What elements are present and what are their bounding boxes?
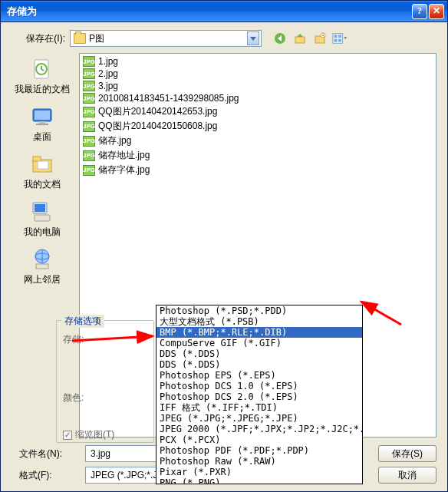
- format-option[interactable]: Photoshop PDF (*.PDF;*.PDP): [156, 445, 362, 456]
- checkbox-icon: [63, 431, 72, 440]
- format-option[interactable]: DDS (*.DDS): [156, 348, 362, 359]
- save-button[interactable]: 保存(S): [378, 445, 436, 462]
- jpg-file-icon: JPG: [83, 68, 95, 79]
- lookin-row: 保存在(I): P图 ✦: [12, 30, 436, 47]
- format-option[interactable]: BMP (*.BMP;*.RLE;*.DIB): [156, 327, 362, 338]
- format-option[interactable]: IFF 格式 (*.IFF;*.TDI): [156, 402, 362, 413]
- file-name: 2.jpg: [98, 68, 118, 79]
- sidebar-item-desktop[interactable]: 桌面: [14, 102, 71, 147]
- format-option[interactable]: Photoshop DCS 1.0 (*.EPS): [156, 381, 362, 391]
- lookin-value: P图: [89, 32, 247, 45]
- new-folder-icon[interactable]: ✦: [312, 31, 328, 46]
- file-name: 储存字体.jpg: [98, 163, 150, 177]
- format-option[interactable]: JPEG 2000 (*.JPF;*.JPX;*.JP2;*.J2C;*.J2K…: [156, 424, 362, 434]
- format-option[interactable]: PCX (*.PCX): [156, 434, 362, 445]
- sidebar-item-label: 我的文档: [24, 178, 61, 191]
- svg-rect-24: [35, 204, 45, 212]
- format-option[interactable]: 大型文档格式 (*.PSB): [156, 316, 362, 327]
- lookin-label: 保存在(I):: [12, 32, 65, 45]
- save-sublabel: 存储:: [63, 333, 84, 346]
- lookin-combo[interactable]: P图: [70, 30, 262, 47]
- titlebar[interactable]: 存储为 ? ✕: [1, 1, 447, 22]
- svg-rect-17: [35, 111, 50, 120]
- sidebar-item-computer[interactable]: 我的电脑: [14, 197, 71, 242]
- thumbnail-label: 缩览图(T): [75, 428, 114, 441]
- file-item[interactable]: JPGQQ图片20140420150608.jpg: [81, 119, 434, 134]
- format-option[interactable]: Photoshop EPS (*.EPS): [156, 370, 362, 381]
- color-sublabel: 颜色:: [63, 391, 84, 404]
- file-name: QQ图片20140420150608.jpg: [98, 120, 217, 133]
- up-icon[interactable]: [292, 31, 308, 46]
- svg-rect-11: [334, 39, 338, 42]
- network-icon: [30, 247, 54, 272]
- filename-label: 文件名(N):: [12, 447, 81, 461]
- documents-icon: [30, 152, 54, 177]
- sidebar-item-mydocs[interactable]: 我的文档: [14, 150, 71, 194]
- jpg-file-icon: JPG: [83, 93, 95, 104]
- jpg-file-icon: JPG: [83, 136, 95, 147]
- format-dropdown-list[interactable]: Photoshop (*.PSD;*.PDD)大型文档格式 (*.PSB)BMP…: [156, 305, 363, 484]
- recent-docs-icon: [30, 57, 54, 81]
- svg-marker-0: [250, 37, 256, 41]
- folder-icon: [74, 33, 86, 44]
- file-item[interactable]: JPG20100814183451-1439298085.jpg: [81, 92, 434, 104]
- svg-rect-19: [36, 124, 48, 125]
- file-item[interactable]: JPGQQ图片20140420142653.jpg: [81, 104, 434, 119]
- svg-rect-25: [35, 215, 50, 221]
- back-icon[interactable]: [272, 31, 288, 46]
- file-name: QQ图片20140420142653.jpg: [98, 105, 217, 118]
- view-menu-icon[interactable]: [332, 31, 348, 46]
- file-name: 储存.jpg: [98, 134, 131, 147]
- save-as-dialog: 存储为 ? ✕ 保存在(I): P图 ✦: [0, 0, 448, 492]
- file-name: 储存地址.jpg: [98, 149, 150, 162]
- file-item[interactable]: JPG3.jpg: [81, 80, 434, 92]
- format-label: 格式(F):: [12, 469, 81, 482]
- format-option[interactable]: Photoshop Raw (*.RAW): [156, 456, 362, 467]
- cancel-button[interactable]: 取消: [378, 467, 436, 484]
- svg-rect-3: [295, 37, 305, 43]
- file-item[interactable]: JPG2.jpg: [81, 68, 434, 80]
- jpg-file-icon: JPG: [83, 107, 95, 117]
- jpg-file-icon: JPG: [83, 150, 95, 161]
- format-option[interactable]: Photoshop (*.PSD;*.PDD): [156, 305, 362, 316]
- file-item[interactable]: JPG储存.jpg: [81, 134, 434, 148]
- save-options-group: 存储选项 存储: 颜色: 缩览图(T): [56, 320, 154, 443]
- close-button[interactable]: ✕: [429, 4, 444, 19]
- svg-marker-13: [344, 37, 347, 39]
- jpg-file-icon: JPG: [83, 165, 95, 176]
- nav-icons: ✦: [272, 31, 348, 46]
- svg-marker-4: [297, 34, 303, 37]
- thumbnail-checkbox-row[interactable]: 缩览图(T): [63, 428, 114, 441]
- window-title: 存储为: [7, 5, 410, 18]
- sidebar-item-network[interactable]: 网上邻居: [14, 245, 71, 289]
- chevron-down-icon[interactable]: [247, 31, 259, 45]
- jpg-file-icon: JPG: [83, 56, 95, 67]
- jpg-file-icon: JPG: [83, 121, 95, 132]
- svg-rect-9: [334, 35, 338, 38]
- file-name: 20100814183451-1439298085.jpg: [98, 93, 239, 104]
- sidebar-item-label: 我的电脑: [24, 226, 61, 239]
- sidebar-item-label: 桌面: [33, 130, 51, 144]
- help-button[interactable]: ?: [412, 4, 427, 19]
- svg-rect-12: [338, 39, 341, 42]
- svg-rect-10: [338, 35, 341, 38]
- file-item[interactable]: JPG储存字体.jpg: [81, 163, 434, 177]
- format-option[interactable]: Pixar (*.PXR): [156, 467, 362, 477]
- svg-rect-29: [36, 264, 48, 269]
- svg-rect-18: [39, 121, 45, 124]
- jpg-file-icon: JPG: [83, 81, 95, 91]
- sidebar-item-recent[interactable]: 我最近的文档: [14, 54, 71, 99]
- format-option[interactable]: CompuServe GIF (*.GIF): [156, 338, 362, 348]
- format-option[interactable]: Photoshop DCS 2.0 (*.EPS): [156, 391, 362, 402]
- file-item[interactable]: JPG1.jpg: [81, 55, 434, 68]
- file-item[interactable]: JPG储存地址.jpg: [81, 148, 434, 163]
- format-option[interactable]: PNG (*.PNG): [156, 477, 362, 484]
- format-option[interactable]: DDS (*.DDS): [156, 359, 362, 370]
- svg-rect-21: [33, 157, 41, 161]
- file-name: 3.jpg: [98, 81, 118, 91]
- file-name: 1.jpg: [98, 56, 118, 67]
- sidebar-item-label: 我最近的文档: [15, 83, 70, 96]
- svg-text:✦: ✦: [321, 33, 324, 38]
- format-option[interactable]: JPEG (*.JPG;*.JPEG;*.JPE): [156, 413, 362, 424]
- save-button-label: 保存(S): [392, 447, 423, 461]
